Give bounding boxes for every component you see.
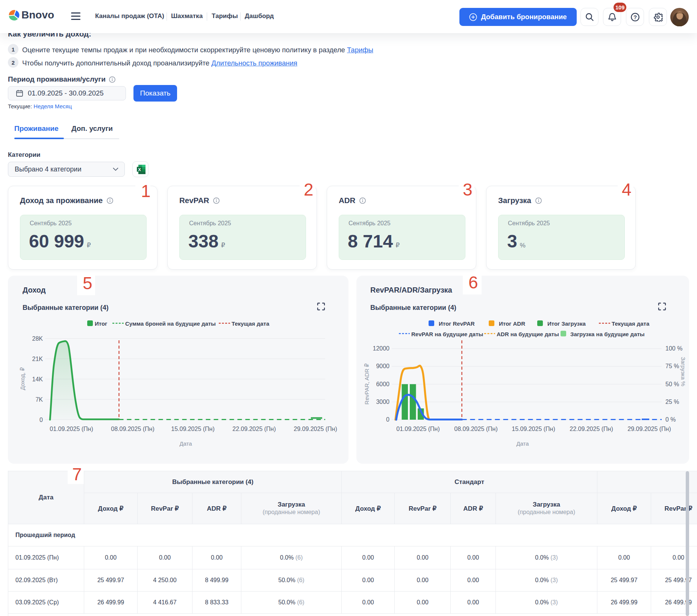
svg-text:Итог RevPAR: Итог RevPAR [439,320,475,327]
svg-text:Текущая дата: Текущая дата [612,320,650,327]
svg-text:0: 0 [39,417,43,423]
svg-text:22.09.2025 (Пн): 22.09.2025 (Пн) [232,426,276,432]
svg-text:0: 0 [386,416,389,423]
svg-text:X: X [138,167,141,171]
svg-text:29.09.2025 (Пн): 29.09.2025 (Пн) [627,426,671,432]
svg-text:22.09.2025 (Пн): 22.09.2025 (Пн) [570,426,613,432]
svg-text:Загрузка на будущие даты: Загрузка на будущие даты [570,331,645,337]
svg-text:25 %: 25 % [665,399,679,405]
svg-text:29.09.2025 (Пн): 29.09.2025 (Пн) [294,426,337,432]
svg-text:15.09.2025 (Пн): 15.09.2025 (Пн) [171,426,215,432]
svg-text:Дата: Дата [516,440,529,447]
svg-text:08.09.2025 (Пн): 08.09.2025 (Пн) [111,426,155,432]
svg-text:?: ? [633,14,636,20]
svg-text:Выбранные категории (4): Выбранные категории (4) [23,304,109,311]
svg-text:Выбранные категории (4): Выбранные категории (4) [370,304,456,311]
svg-text:ADR на будущие даты: ADR на будущие даты [497,331,559,337]
svg-text:100 %: 100 % [665,345,682,352]
svg-text:3000: 3000 [376,399,389,405]
svg-text:Доход: Доход [23,286,46,294]
svg-text:75 %: 75 % [665,363,679,369]
svg-text:Текущая дата: Текущая дата [232,320,270,327]
svg-text:Доход, ₽: Доход, ₽ [19,367,26,390]
svg-text:21K: 21K [32,356,43,362]
svg-text:0 %: 0 % [665,416,676,423]
svg-text:Итог ADR: Итог ADR [499,320,525,327]
svg-text:50 %: 50 % [665,381,679,387]
svg-text:Дата: Дата [179,440,192,447]
svg-text:Итог Загрузка: Итог Загрузка [547,320,586,327]
svg-text:RevPAR, ADR ₽: RevPAR, ADR ₽ [364,363,370,405]
svg-text:08.09.2025 (Пн): 08.09.2025 (Пн) [454,426,498,432]
svg-text:6000: 6000 [376,381,389,387]
svg-text:RevPAR/ADR/Загрузка: RevPAR/ADR/Загрузка [370,286,453,294]
svg-text:01.09.2025 (Пн): 01.09.2025 (Пн) [50,426,93,432]
svg-text:7K: 7K [35,396,43,403]
svg-text:Загрузка %: Загрузка % [680,357,686,386]
svg-text:14K: 14K [32,376,43,382]
svg-text:RevPAR на будущие даты: RevPAR на будущие даты [411,331,483,337]
svg-text:Сумма броней на будущие даты: Сумма броней на будущие даты [125,320,216,327]
svg-text:Итог: Итог [95,320,107,327]
svg-text:12000: 12000 [373,345,390,352]
svg-text:01.09.2025 (Пн): 01.09.2025 (Пн) [396,426,440,432]
svg-text:15.09.2025 (Пн): 15.09.2025 (Пн) [512,426,555,432]
svg-text:9000: 9000 [376,363,389,369]
svg-text:28K: 28K [32,335,43,342]
